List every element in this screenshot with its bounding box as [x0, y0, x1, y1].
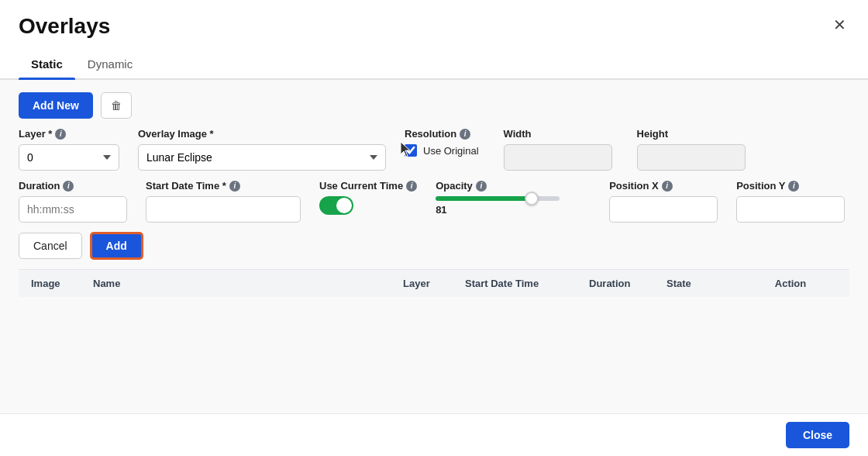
opacity-slider-wrapper: 81	[436, 196, 591, 216]
use-original-checkbox[interactable]	[405, 144, 417, 157]
use-original-row: Use Original	[405, 144, 479, 157]
use-original-label: Use Original	[423, 145, 479, 157]
modal-header: Overlays ✕	[0, 0, 868, 39]
modal-title: Overlays	[19, 14, 110, 39]
duration-input[interactable]	[19, 196, 127, 223]
tab-static[interactable]: Static	[19, 50, 75, 78]
position-x-group: Position X i	[609, 180, 718, 223]
use-current-time-label: Use Current Time i	[319, 180, 417, 192]
layer-label: Layer * i	[19, 128, 119, 140]
height-group: Height	[637, 128, 746, 171]
opacity-value: 81	[436, 204, 591, 216]
form-actions: Cancel Add	[19, 232, 849, 260]
col-duration: Duration	[589, 278, 666, 289]
toolbar: Add New 🗑	[19, 92, 849, 119]
position-x-label: Position X i	[609, 180, 718, 192]
duration-info-icon[interactable]: i	[63, 181, 74, 192]
use-current-time-toggle[interactable]	[319, 196, 353, 215]
col-name: Name	[93, 278, 403, 289]
modal: Overlays ✕ Static Dynamic Add New 🗑 Laye…	[0, 0, 868, 456]
toggle-knob	[336, 198, 352, 213]
duration-group: Duration i	[19, 180, 127, 223]
close-icon-button[interactable]: ✕	[830, 14, 849, 36]
start-date-input[interactable]	[146, 196, 301, 223]
delete-button[interactable]: 🗑	[101, 92, 132, 119]
col-image: Image	[31, 278, 93, 289]
col-action: Action	[744, 278, 837, 289]
use-current-time-group: Use Current Time i	[319, 180, 417, 215]
width-label: Width	[504, 128, 612, 140]
use-current-time-info-icon[interactable]: i	[406, 181, 417, 192]
opacity-group: Opacity i 81	[436, 180, 591, 216]
table-header: Image Name Layer Start Date Time Duratio…	[19, 269, 849, 297]
start-date-info-icon[interactable]: i	[229, 181, 240, 192]
layer-select[interactable]: 0 1 2	[19, 144, 119, 171]
close-button[interactable]: Close	[786, 422, 849, 448]
width-input[interactable]	[504, 144, 612, 171]
resolution-label: Resolution i	[405, 128, 479, 140]
tabs-bar: Static Dynamic	[0, 42, 868, 80]
overlay-image-group: Overlay Image * Lunar Eclipse Solar Ecli…	[138, 128, 386, 171]
add-new-button[interactable]: Add New	[19, 92, 93, 119]
col-start-date: Start Date Time	[465, 278, 589, 289]
position-y-info-icon[interactable]: i	[788, 181, 799, 192]
form-row-1: Layer * i 0 1 2 Overlay Image * Lunar Ec…	[19, 128, 849, 171]
tab-dynamic[interactable]: Dynamic	[75, 50, 145, 78]
col-state: State	[666, 278, 744, 289]
form-row-2: Duration i Start Date Time * i Use Curre…	[19, 180, 849, 223]
layer-group: Layer * i 0 1 2	[19, 128, 119, 171]
position-y-input[interactable]	[736, 196, 845, 223]
opacity-label: Opacity i	[436, 180, 591, 192]
overlay-image-select[interactable]: Lunar Eclipse Solar Eclipse Galaxy	[138, 144, 386, 171]
trash-icon: 🗑	[111, 99, 122, 112]
position-y-group: Position Y i	[736, 180, 845, 223]
opacity-slider[interactable]	[436, 196, 560, 201]
duration-label: Duration i	[19, 180, 127, 192]
add-button[interactable]: Add	[90, 232, 143, 260]
resolution-section: Resolution i Use Original Width Heigh	[405, 128, 849, 171]
cancel-button[interactable]: Cancel	[19, 233, 82, 259]
resolution-info-icon[interactable]: i	[460, 129, 470, 140]
modal-footer: Close	[0, 413, 868, 456]
content-area: Add New 🗑 Layer * i 0 1 2	[0, 80, 868, 413]
width-group: Width	[504, 128, 612, 171]
overlay-image-label: Overlay Image *	[138, 128, 386, 140]
position-x-input[interactable]	[609, 196, 718, 223]
start-date-group: Start Date Time * i	[146, 180, 301, 223]
resolution-row-labels: Resolution i Use Original Width Heigh	[405, 128, 849, 171]
height-input[interactable]	[637, 144, 746, 171]
resolution-group: Resolution i Use Original	[405, 128, 479, 157]
position-y-label: Position Y i	[736, 180, 845, 192]
opacity-info-icon[interactable]: i	[476, 181, 487, 192]
height-label: Height	[637, 128, 746, 140]
col-layer: Layer	[403, 278, 465, 289]
layer-info-icon[interactable]: i	[55, 129, 66, 140]
start-date-label: Start Date Time * i	[146, 180, 301, 192]
position-x-info-icon[interactable]: i	[662, 181, 673, 192]
